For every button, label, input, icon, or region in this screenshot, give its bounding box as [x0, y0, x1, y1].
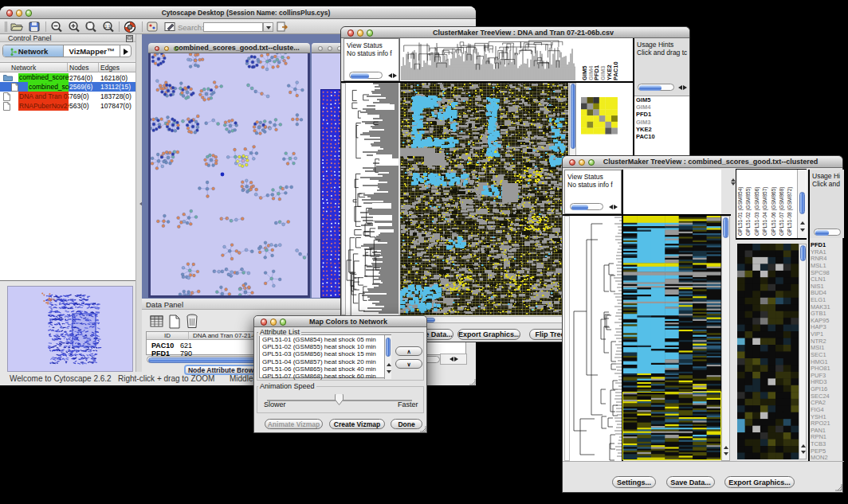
svg-text:1:1: 1:1 [105, 24, 111, 29]
